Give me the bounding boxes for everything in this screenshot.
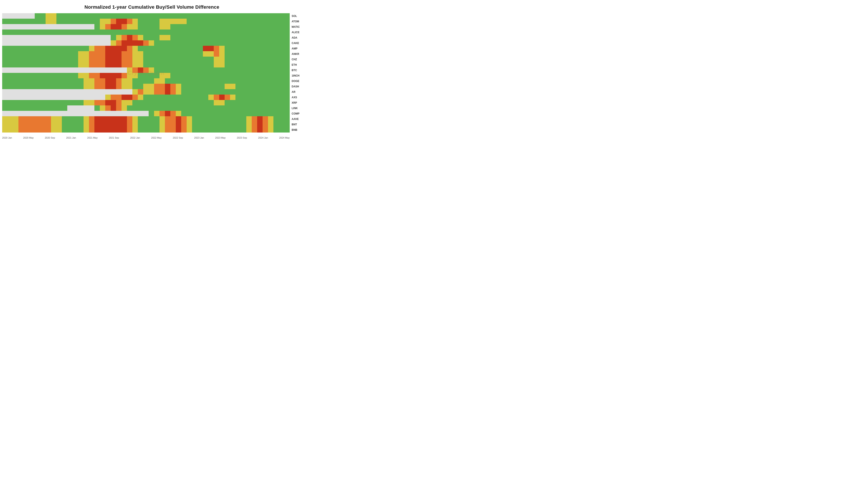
heatmap-cell — [192, 62, 197, 67]
heatmap-cell — [279, 57, 284, 62]
heatmap-cell — [35, 78, 40, 84]
heatmap-cell — [143, 13, 149, 19]
heatmap-cell — [2, 89, 8, 95]
heatmap-cell — [40, 105, 45, 111]
heatmap-cell — [29, 13, 35, 19]
heatmap-cell — [279, 100, 284, 105]
heatmap-cell — [268, 24, 273, 30]
heatmap-cell — [170, 67, 176, 73]
heatmap-cell — [116, 116, 122, 122]
heatmap-cell — [122, 89, 127, 95]
heatmap-cell — [214, 89, 219, 95]
heatmap-cell — [192, 105, 197, 111]
heatmap-cell — [176, 116, 181, 122]
heatmap-cell — [149, 111, 154, 116]
heatmap-cell — [89, 24, 94, 30]
heatmap-cell — [45, 40, 51, 46]
heatmap-cell — [241, 30, 246, 35]
heatmap-cell — [78, 89, 84, 95]
heatmap-cell — [187, 24, 192, 30]
heatmap-cell — [73, 95, 78, 100]
heatmap-cell — [51, 67, 56, 73]
heatmap-cell — [40, 127, 45, 132]
heatmap-cell — [35, 116, 40, 122]
heatmap-cell — [165, 89, 170, 95]
heatmap-cell — [143, 30, 149, 35]
heatmap-cell — [122, 13, 127, 19]
heatmap-cell — [192, 111, 197, 116]
heatmap-cell — [122, 40, 127, 46]
heatmap-cell — [187, 95, 192, 100]
heatmap-cell — [132, 95, 138, 100]
heatmap-cell — [230, 24, 236, 30]
heatmap-cell — [262, 89, 268, 95]
heatmap-cell — [225, 73, 230, 78]
heatmap-cell — [40, 51, 45, 57]
heatmap-cell — [45, 105, 51, 111]
heatmap-cell — [208, 100, 214, 105]
heatmap-cell — [187, 40, 192, 46]
heatmap-cell — [127, 122, 132, 127]
heatmap-cell — [165, 105, 170, 111]
heatmap-cell — [127, 67, 132, 73]
heatmap-cell — [84, 89, 89, 95]
heatmap-cell — [252, 62, 257, 67]
heatmap-cell — [203, 67, 208, 73]
heatmap-cell — [127, 62, 132, 67]
heatmap-cell — [56, 111, 62, 116]
heatmap-cell — [100, 122, 105, 127]
heatmap-cell — [187, 19, 192, 24]
heatmap-cell — [236, 111, 241, 116]
heatmap-cell — [192, 40, 197, 46]
heatmap-cell — [246, 46, 252, 51]
heatmap-cell — [2, 78, 8, 84]
heatmap-cell — [236, 89, 241, 95]
heatmap-cell — [257, 46, 262, 51]
heatmap-cell — [78, 24, 84, 30]
heatmap-cell — [138, 89, 143, 95]
heatmap-cell — [24, 105, 29, 111]
heatmap-cell — [165, 95, 170, 100]
heatmap-cell — [149, 57, 154, 62]
heatmap-cell — [105, 24, 111, 30]
heatmap-cell — [132, 19, 138, 24]
heatmap-cell — [100, 40, 105, 46]
y-label: ETH — [291, 62, 302, 67]
heatmap-cell — [2, 127, 8, 132]
heatmap-cell — [208, 122, 214, 127]
heatmap-row — [2, 95, 290, 100]
heatmap-cell — [132, 40, 138, 46]
heatmap-cell — [94, 111, 100, 116]
heatmap-cell — [8, 24, 13, 30]
heatmap-cell — [8, 73, 13, 78]
heatmap-cell — [78, 46, 84, 51]
heatmap-cell — [203, 73, 208, 78]
heatmap-cell — [236, 84, 241, 89]
heatmap-cell — [111, 57, 116, 62]
x-label: 2023 May — [215, 136, 226, 139]
heatmap-cell — [192, 35, 197, 40]
x-label: 2020 Jan — [2, 136, 12, 139]
heatmap-cell — [51, 51, 56, 57]
x-label: 2022 May — [151, 136, 162, 139]
heatmap-cell — [116, 51, 122, 57]
heatmap-cell — [241, 40, 246, 46]
heatmap-cell — [236, 40, 241, 46]
heatmap-cell — [268, 35, 273, 40]
heatmap-cell — [111, 19, 116, 24]
heatmap-cell — [170, 95, 176, 100]
heatmap-cell — [257, 40, 262, 46]
heatmap-cell — [154, 127, 159, 132]
heatmap-cell — [284, 62, 290, 67]
heatmap-cell — [132, 35, 138, 40]
heatmap-cell — [181, 35, 187, 40]
heatmap-cell — [279, 116, 284, 122]
heatmap-cell — [252, 40, 257, 46]
heatmap-cell — [262, 105, 268, 111]
heatmap-cell — [197, 13, 203, 19]
heatmap-cell — [78, 40, 84, 46]
heatmap-cell — [187, 100, 192, 105]
heatmap-cell — [181, 78, 187, 84]
heatmap-cell — [67, 30, 73, 35]
heatmap-cell — [257, 95, 262, 100]
